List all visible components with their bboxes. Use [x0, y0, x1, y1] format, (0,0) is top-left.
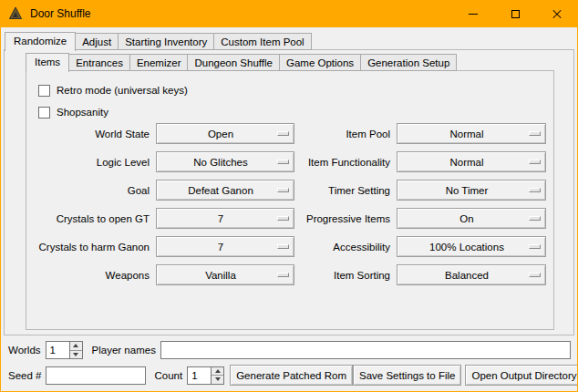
- item-functionality-dropdown[interactable]: Normal: [397, 151, 546, 172]
- dropdown-indicator-icon: [277, 160, 289, 164]
- bottom-bar: Worlds 1 Player names Seed # Count 1: [1, 340, 577, 386]
- logic-level-dropdown[interactable]: No Glitches: [156, 151, 294, 172]
- crystals-open-gt-label: Crystals to open GT: [26, 213, 156, 224]
- window-title: Door Shuffle: [30, 7, 91, 20]
- tab-generation-setup[interactable]: Generation Setup: [360, 54, 457, 71]
- dropdown-indicator-icon: [277, 188, 289, 192]
- crystals-harm-ganon-label: Crystals to harm Ganon: [26, 242, 156, 253]
- item-functionality-value: Normal: [449, 157, 492, 168]
- dropdown-indicator-icon: [529, 216, 541, 221]
- progressive-items-label: Progressive Items: [294, 213, 397, 224]
- dropdown-indicator-icon: [277, 216, 289, 221]
- accessibility-value: 100% Locations: [429, 242, 513, 253]
- worlds-value: 1: [46, 342, 69, 358]
- maximize-button[interactable]: [494, 0, 536, 27]
- worlds-spin-down-button[interactable]: [70, 351, 82, 359]
- dropdown-indicator-icon: [277, 244, 289, 249]
- count-spinbox[interactable]: 1: [187, 366, 224, 385]
- crystals-harm-ganon-dropdown[interactable]: 7: [156, 236, 294, 257]
- minimize-icon: [469, 14, 478, 15]
- tab-enemizer[interactable]: Enemizer: [129, 54, 189, 71]
- dropdown-indicator-icon: [529, 244, 541, 249]
- window-content: Randomize Adjust Starting Inventory Cust…: [1, 27, 577, 391]
- progressive-items-value: On: [459, 213, 482, 224]
- goal-dropdown[interactable]: Defeat Ganon: [156, 180, 294, 201]
- goal-value: Defeat Ganon: [188, 185, 263, 196]
- item-pool-dropdown[interactable]: Normal: [397, 123, 546, 144]
- goal-label: Goal: [26, 185, 156, 196]
- crystals-open-gt-value: 7: [218, 213, 232, 224]
- close-button[interactable]: [536, 0, 578, 27]
- worlds-spinbox[interactable]: 1: [46, 341, 83, 359]
- tab-game-options[interactable]: Game Options: [279, 54, 361, 71]
- accessibility-dropdown[interactable]: 100% Locations: [397, 236, 546, 257]
- items-tab-panel: Retro mode (universal keys) Shopsanity W…: [26, 70, 554, 330]
- crystals-open-gt-dropdown[interactable]: 7: [156, 208, 294, 229]
- option-row: Crystals to harm Ganon 7 Accessibility 1…: [26, 236, 553, 257]
- weapons-dropdown[interactable]: Vanilla: [156, 264, 294, 285]
- tab-starting-inventory[interactable]: Starting Inventory: [118, 33, 214, 50]
- accessibility-label: Accessibility: [294, 242, 397, 253]
- option-row: Crystals to open GT 7 Progressive Items …: [26, 208, 553, 229]
- item-pool-label: Item Pool: [294, 129, 397, 139]
- generate-patched-rom-button[interactable]: Generate Patched Rom: [230, 365, 353, 386]
- shopsanity-label: Shopsanity: [57, 107, 108, 118]
- shopsanity-checkbox[interactable]: [38, 107, 50, 119]
- dropdown-indicator-icon: [277, 273, 289, 277]
- option-row: Weapons Vanilla Item Sorting Balanced: [26, 264, 553, 285]
- tab-custom-item-pool[interactable]: Custom Item Pool: [213, 33, 311, 50]
- app-window: Door Shuffle Randomize Adjust Starting I…: [0, 0, 578, 392]
- item-sorting-value: Balanced: [445, 270, 498, 281]
- item-sorting-label: Item Sorting: [294, 270, 397, 281]
- settings-tab-bar: Items Entrances Enemizer Dungeon Shuffle…: [26, 53, 456, 71]
- dropdown-indicator-icon: [529, 188, 541, 192]
- arrow-up-icon: [73, 344, 78, 347]
- timer-setting-value: No Timer: [446, 185, 498, 196]
- maximize-icon: [511, 10, 520, 18]
- seed-row: Seed # Count 1 Generate Patched Rom Save…: [8, 365, 571, 386]
- app-icon: [8, 6, 23, 21]
- minimize-button[interactable]: [452, 0, 494, 27]
- player-names-input[interactable]: [160, 341, 571, 359]
- shopsanity-checkbox-row[interactable]: Shopsanity: [38, 101, 553, 123]
- world-state-label: World State: [26, 129, 156, 139]
- item-pool-value: Normal: [449, 129, 492, 139]
- open-output-directory-button[interactable]: Open Output Directory: [465, 365, 577, 386]
- logic-level-value: No Glitches: [193, 157, 256, 168]
- world-state-dropdown[interactable]: Open: [156, 123, 294, 144]
- tab-dungeon-shuffle[interactable]: Dungeon Shuffle: [187, 54, 279, 71]
- seed-label: Seed #: [8, 370, 41, 381]
- dropdown-indicator-icon: [529, 160, 541, 164]
- window-controls: [452, 0, 578, 27]
- tab-randomize[interactable]: Randomize: [5, 32, 76, 51]
- retro-mode-checkbox[interactable]: [38, 85, 50, 97]
- tab-items[interactable]: Items: [26, 53, 69, 72]
- option-row: Goal Defeat Ganon Timer Setting No Timer: [26, 180, 553, 201]
- progressive-items-dropdown[interactable]: On: [397, 208, 546, 229]
- crystals-harm-ganon-value: 7: [218, 242, 232, 253]
- world-state-value: Open: [208, 129, 243, 139]
- tab-adjust[interactable]: Adjust: [75, 33, 119, 50]
- option-row: Logic Level No Glitches Item Functionali…: [26, 151, 553, 172]
- count-value: 1: [188, 367, 211, 384]
- main-tab-bar: Randomize Adjust Starting Inventory Cust…: [5, 32, 311, 50]
- retro-mode-label: Retro mode (universal keys): [57, 85, 188, 96]
- weapons-value: Vanilla: [205, 270, 245, 281]
- close-icon: [552, 8, 563, 19]
- timer-setting-label: Timer Setting: [294, 185, 397, 196]
- retro-mode-checkbox-row[interactable]: Retro mode (universal keys): [38, 79, 553, 101]
- option-row: World State Open Item Pool Normal: [26, 123, 553, 144]
- dropdown-indicator-icon: [529, 273, 541, 277]
- worlds-spin-up-button[interactable]: [70, 342, 82, 351]
- item-sorting-dropdown[interactable]: Balanced: [397, 264, 546, 285]
- titlebar[interactable]: Door Shuffle: [0, 0, 578, 27]
- timer-setting-dropdown[interactable]: No Timer: [397, 180, 546, 201]
- seed-input[interactable]: [46, 366, 146, 385]
- tab-entrances[interactable]: Entrances: [68, 54, 130, 71]
- count-spin-up-button[interactable]: [212, 367, 223, 377]
- weapons-label: Weapons: [26, 270, 156, 281]
- count-spin-down-button[interactable]: [212, 376, 223, 384]
- worlds-label: Worlds: [8, 345, 41, 356]
- arrow-down-icon: [215, 377, 221, 381]
- save-settings-button[interactable]: Save Settings to File: [353, 365, 461, 386]
